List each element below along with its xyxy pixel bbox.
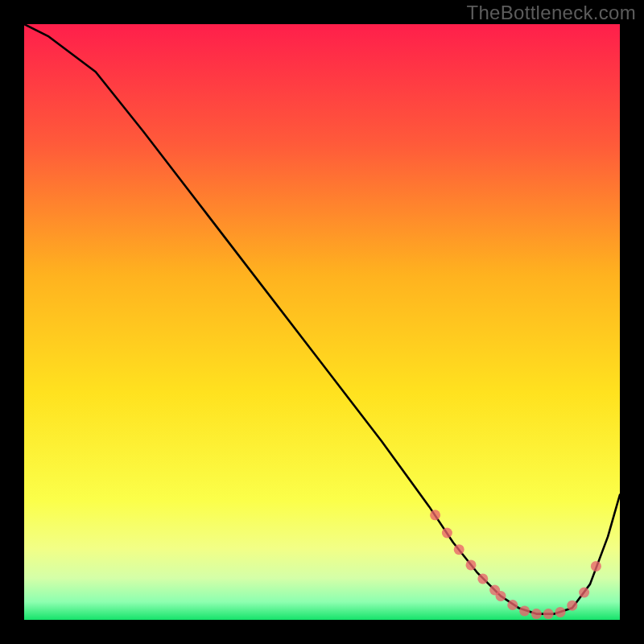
marker-dot [496,591,506,601]
chart-frame: TheBottleneck.com [0,0,644,644]
marker-dot [477,573,488,584]
marker-dot [555,607,566,617]
gradient-background [24,24,620,620]
chart-svg [24,24,620,620]
marker-dot [531,609,542,619]
marker-dot [567,601,577,611]
marker-dot [430,510,440,520]
marker-dot [579,588,589,598]
marker-dot [442,528,452,539]
marker-dot [519,605,530,616]
marker-dot [454,544,464,555]
watermark-text: TheBottleneck.com [466,2,636,24]
marker-dot [591,561,601,572]
chart-plot [24,24,620,620]
marker-dot [543,609,554,619]
marker-dot [466,559,477,570]
marker-dot [507,600,518,610]
